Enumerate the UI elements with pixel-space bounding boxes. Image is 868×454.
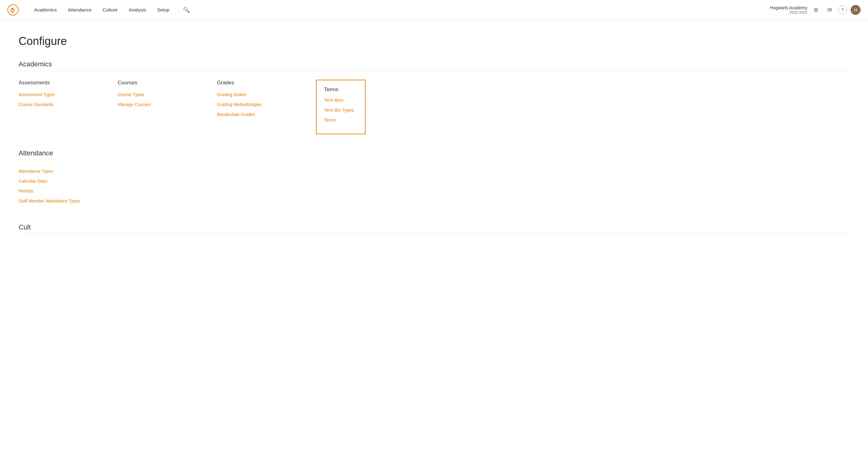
attendance-section: Attendance Attendance Types Calendar Day… <box>19 149 849 208</box>
nav-culture[interactable]: Culture <box>97 0 123 20</box>
calendar-days-link[interactable]: Calendar Days <box>19 179 849 183</box>
terms-subsection: Terms Term Bins Term Bin Types Terms <box>316 80 366 134</box>
page-title: Configure <box>19 35 849 48</box>
term-bins-link[interactable]: Term Bins <box>324 98 358 103</box>
staff-member-attendance-types-link[interactable]: Staff Member Attendance Types <box>19 198 849 203</box>
attendance-types-link[interactable]: Attendance Types <box>19 169 849 174</box>
terms-link[interactable]: Terms <box>324 117 358 122</box>
avatar[interactable]: H <box>851 5 861 15</box>
assessments-subsection: Assessments Assessment Types Course Stan… <box>19 80 118 134</box>
term-bin-types-link[interactable]: Term Bin Types <box>324 108 358 113</box>
courses-title: Courses <box>118 80 205 86</box>
academics-subsections: Assessments Assessment Types Course Stan… <box>19 80 849 134</box>
school-name: Hogwarts Academy <box>770 5 807 10</box>
school-year: 2022-2023 <box>770 10 807 15</box>
nav-links: Academics Attendance Culture Analysis Se… <box>29 0 770 20</box>
assessment-types-link[interactable]: Assessment Types <box>19 92 105 97</box>
manage-courses-link[interactable]: Manage Courses <box>118 102 205 107</box>
grades-subsection: Grades Grading Scales Grading Methodolog… <box>217 80 316 134</box>
navbar: Academics Attendance Culture Analysis Se… <box>0 0 868 20</box>
academics-section-title: Academics <box>19 60 849 71</box>
terms-title: Terms <box>324 87 358 93</box>
svg-point-0 <box>8 5 18 15</box>
school-info: Hogwarts Academy 2022-2023 <box>770 5 807 15</box>
grades-title: Grades <box>217 80 304 86</box>
grading-methodologies-link[interactable]: Grading Methodologies <box>217 102 304 107</box>
culture-section-partial: Cult <box>19 223 849 234</box>
nav-attendance[interactable]: Attendance <box>62 0 97 20</box>
attendance-links: Attendance Types Calendar Days Periods S… <box>19 169 849 208</box>
search-icon[interactable]: 🔍 <box>178 0 195 20</box>
settings-icon[interactable]: ⚙ <box>811 5 821 15</box>
grading-scales-link[interactable]: Grading Scales <box>217 92 304 97</box>
brand[interactable] <box>7 4 19 16</box>
nav-right: Hogwarts Academy 2022-2023 ⚙ ✉ ? H <box>770 5 861 15</box>
nav-academics[interactable]: Academics <box>29 0 62 20</box>
help-icon[interactable]: ? <box>838 6 847 14</box>
periods-link[interactable]: Periods <box>19 189 849 194</box>
main-content: Configure Academics Assessments Assessme… <box>0 20 868 454</box>
nav-setup[interactable]: Setup <box>152 0 175 20</box>
inbox-icon[interactable]: ✉ <box>825 5 835 15</box>
logo-icon <box>7 4 19 16</box>
attendance-section-title: Attendance <box>19 149 849 160</box>
course-standards-link[interactable]: Course Standards <box>19 102 105 107</box>
academics-section: Academics Assessments Assessment Types C… <box>19 60 849 134</box>
nav-analysis[interactable]: Analysis <box>123 0 152 20</box>
culture-section-title: Cult <box>19 223 849 234</box>
courses-subsection: Courses Course Types Manage Courses <box>118 80 217 134</box>
recalculate-grades-link[interactable]: Recalculate Grades <box>217 112 304 117</box>
course-types-link[interactable]: Course Types <box>118 92 205 97</box>
assessments-title: Assessments <box>19 80 105 86</box>
